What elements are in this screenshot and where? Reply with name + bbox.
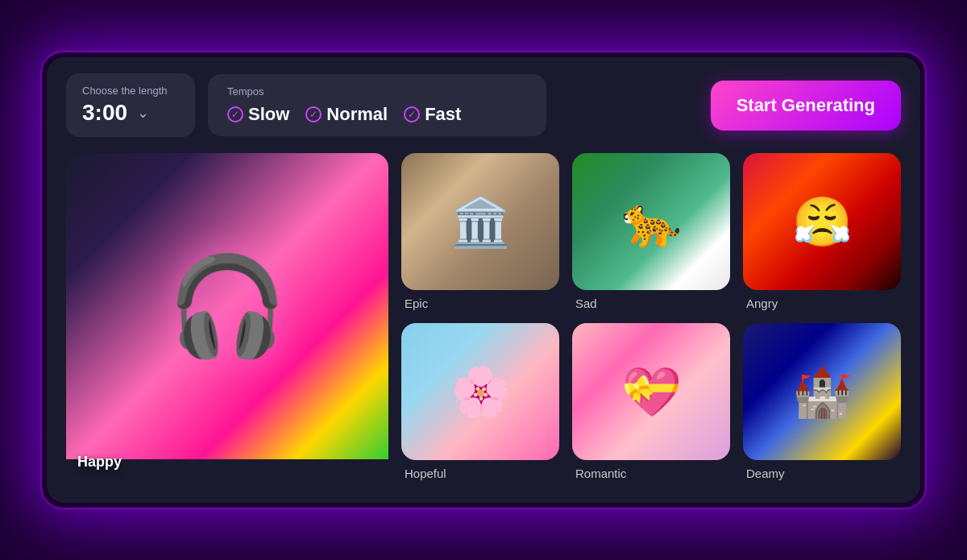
tempo-check-slow: ✓ <box>227 106 243 122</box>
mood-card-romantic[interactable] <box>572 323 730 460</box>
mood-wrapper-sad: Sad <box>572 153 730 310</box>
inner-panel: Choose the length 3:00 ⌄ Tempos ✓ Slow ✓… <box>47 57 920 503</box>
app-container: Choose the length 3:00 ⌄ Tempos ✓ Slow ✓… <box>40 51 927 509</box>
length-value-row: 3:00 ⌄ <box>82 100 179 126</box>
tempo-label-slow: Slow <box>248 104 289 125</box>
tempo-label-normal: Normal <box>326 104 388 125</box>
chevron-down-icon[interactable]: ⌄ <box>137 104 149 122</box>
tempo-option-normal[interactable]: ✓ Normal <box>305 104 388 125</box>
mood-wrapper-angry: Angry <box>743 153 901 310</box>
mood-grid: Happy Epic Sad Angry <box>66 153 901 480</box>
mood-image-hopeful <box>401 323 559 460</box>
mood-card-happy[interactable]: Happy <box>66 153 388 480</box>
mood-image-romantic <box>572 323 730 460</box>
start-generating-button[interactable]: Start Generating <box>711 81 901 131</box>
tempo-label-fast: Fast <box>425 104 461 125</box>
mood-label-angry: Angry <box>743 297 901 310</box>
mood-card-sad[interactable] <box>572 153 730 290</box>
mood-label-happy: Happy <box>77 454 122 471</box>
mood-image-epic <box>401 153 559 290</box>
mood-card-dreamy[interactable] <box>743 323 901 460</box>
mood-card-angry[interactable] <box>743 153 901 290</box>
mood-image-angry <box>743 153 901 290</box>
mood-image-sad <box>572 153 730 290</box>
tempo-option-slow[interactable]: ✓ Slow <box>227 104 289 125</box>
mood-label-romantic: Romantic <box>572 467 730 480</box>
tempo-label: Tempos <box>227 85 527 97</box>
mood-wrapper-epic: Epic <box>401 153 559 310</box>
tempo-option-fast[interactable]: ✓ Fast <box>404 104 461 125</box>
length-value: 3:00 <box>82 100 127 126</box>
tempo-check-fast: ✓ <box>404 106 420 122</box>
mood-label-dreamy: Deamy <box>743 467 901 480</box>
tempo-options-group: ✓ Slow ✓ Normal ✓ Fast <box>227 104 527 125</box>
mood-image-dreamy <box>743 323 901 460</box>
mood-label-epic: Epic <box>401 297 559 310</box>
mood-wrapper-romantic: Romantic <box>572 323 730 480</box>
top-bar: Choose the length 3:00 ⌄ Tempos ✓ Slow ✓… <box>66 73 901 137</box>
mood-label-hopeful: Hopeful <box>401 467 559 480</box>
length-selector[interactable]: Choose the length 3:00 ⌄ <box>66 73 195 137</box>
tempo-check-normal: ✓ <box>305 106 322 122</box>
length-label: Choose the length <box>82 85 179 97</box>
mood-wrapper-dreamy: Deamy <box>743 323 901 480</box>
tempo-selector: Tempos ✓ Slow ✓ Normal ✓ Fast <box>208 74 546 136</box>
mood-label-sad: Sad <box>572 297 730 310</box>
mood-image-happy <box>66 153 388 459</box>
mood-wrapper-hopeful: Hopeful <box>401 323 559 480</box>
mood-card-epic[interactable] <box>401 153 559 290</box>
mood-card-hopeful[interactable] <box>401 323 559 460</box>
